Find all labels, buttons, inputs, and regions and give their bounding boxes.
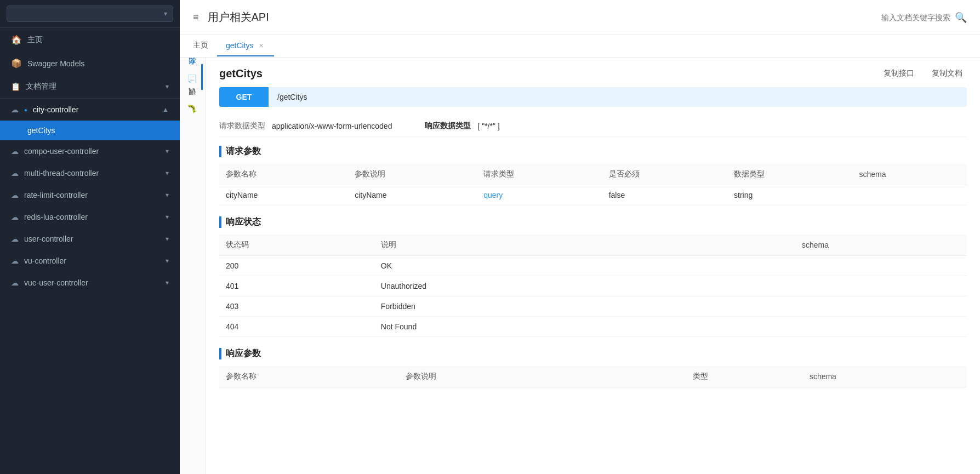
sidebar-item-swagger[interactable]: 📦 Swagger Models (0, 52, 180, 75)
chevron-down-icon: ▾ (166, 147, 169, 155)
method-badge: GET (219, 87, 269, 107)
cloud-icon: ☁ (11, 213, 19, 221)
col-resp-param-desc: 参数说明 (399, 366, 579, 387)
api-name: getCitys (219, 67, 879, 80)
status-code-404: 404 (219, 317, 374, 337)
chevron-down-icon: ▾ (166, 169, 169, 177)
cloud-icon: ☁ (11, 191, 19, 199)
response-params-section: 响应参数 参数名称 参数说明 类型 schema (219, 348, 967, 387)
doc-manage-label: 文档管理 (26, 82, 160, 92)
side-tab-bar: 📄 文档 🐛 调试 (180, 58, 206, 474)
chevron-down-icon: ▾ (166, 83, 169, 90)
status-schema-200 (795, 256, 967, 276)
main-content: ≡ 用户相关API 🔍 主页 getCitys ✕ 📄 文档 🐛 调试 (180, 0, 980, 474)
vue-user-controller-label: vue-user-controller (24, 278, 160, 287)
api-doc-content: getCitys 复制接口 复制文档 GET /getCitys 请求数据类型 … (206, 58, 980, 474)
param-type-cell: query (477, 185, 602, 205)
chevron-down-icon: ▾ (166, 213, 169, 221)
col-resp-empty-2 (633, 366, 686, 387)
col-empty-1 (626, 235, 683, 256)
response-params-table: 参数名称 参数说明 类型 schema (219, 366, 967, 387)
response-status-section: 响应状态 状态码 说明 schema (219, 216, 967, 337)
tab-home-label: 主页 (193, 41, 208, 50)
chevron-down-icon: ▾ (166, 257, 169, 265)
col-empty-3 (739, 235, 795, 256)
rate-limit-controller-label: rate-limit-controller (24, 191, 160, 199)
sidebar: users ▾ 🏠 主页 📦 Swagger Models 📋 文档管理 ▾ ☁… (0, 0, 180, 474)
side-tab-test[interactable]: 🐛 调试 (183, 94, 203, 120)
col-required: 是否必须 (602, 164, 727, 185)
param-desc-cell: cityName (348, 185, 477, 205)
status-desc-200: OK (374, 256, 626, 276)
col-status-desc: 说明 (374, 235, 626, 256)
api-actions: 复制接口 复制文档 (879, 66, 967, 81)
menu-icon[interactable]: ≡ (193, 12, 199, 23)
compo-user-controller-label: compo-user-controller (24, 147, 160, 156)
sidebar-item-rate-limit-controller[interactable]: ☁ rate-limit-controller ▾ (0, 184, 180, 206)
col-data-type: 数据类型 (727, 164, 852, 185)
request-params-table: 参数名称 参数说明 请求类型 是否必须 数据类型 schema cityName… (219, 164, 967, 205)
copy-doc-button[interactable]: 复制文档 (927, 66, 967, 81)
col-empty-2 (682, 235, 739, 256)
cloud-icon: ☁ (11, 235, 19, 243)
col-status-schema: schema (795, 235, 967, 256)
param-data-type-cell: string (727, 185, 852, 205)
col-resp-param-name: 参数名称 (219, 366, 399, 387)
cloud-icon: ☁ (11, 278, 19, 287)
sidebar-item-compo-user-controller[interactable]: ☁ compo-user-controller ▾ (0, 140, 180, 162)
query-link[interactable]: query (483, 191, 503, 199)
request-params-section: 请求参数 参数名称 参数说明 请求类型 是否必须 数据类型 schema (219, 146, 967, 205)
home-icon: 🏠 (11, 35, 22, 45)
status-schema-401 (795, 276, 967, 296)
sidebar-item-getCitys[interactable]: getCitys (0, 121, 180, 140)
sidebar-home-label: 主页 (27, 35, 43, 45)
chevron-down-icon[interactable]: ▾ (164, 10, 167, 18)
chevron-down-icon: ▾ (166, 191, 169, 199)
tab-home[interactable]: 主页 (184, 35, 217, 57)
status-desc-401: Unauthorized (374, 276, 626, 296)
response-status-table: 状态码 说明 schema 200 OK (219, 235, 967, 337)
table-row: 403 Forbidden (219, 296, 967, 317)
table-row: cityName cityName query false string (219, 185, 967, 205)
copy-interface-button[interactable]: 复制接口 (879, 66, 919, 81)
status-code-403: 403 (219, 296, 374, 317)
col-resp-empty-1 (578, 366, 632, 387)
chevron-down-icon: ▾ (166, 235, 169, 243)
sidebar-item-multi-thread-controller[interactable]: ☁ multi-thread-controller ▾ (0, 162, 180, 184)
request-params-title: 请求参数 (219, 146, 967, 157)
sidebar-item-doc-manage[interactable]: 📋 文档管理 ▾ (0, 75, 180, 98)
chevron-down-icon: ▾ (166, 279, 169, 287)
sidebar-item-city-controller[interactable]: ☁ ● city-controller ▲ (0, 99, 180, 121)
status-desc-404: Not Found (374, 317, 626, 337)
search-input[interactable] (841, 13, 950, 22)
status-schema-404 (795, 317, 967, 337)
col-schema: schema (852, 164, 967, 185)
cloud-icon: ☁ (11, 256, 19, 265)
search-icon[interactable]: 🔍 (955, 12, 967, 24)
table-row: 200 OK (219, 256, 967, 276)
data-type-row: 请求数据类型 application/x-www-form-urlencoded… (219, 116, 967, 137)
sidebar-search-input[interactable]: users (13, 9, 164, 18)
multi-thread-controller-label: multi-thread-controller (24, 169, 160, 178)
status-code-401: 401 (219, 276, 374, 296)
cloud-icon: ☁ (11, 147, 19, 156)
close-icon[interactable]: ✕ (257, 42, 265, 50)
header-search: 🔍 (841, 12, 967, 24)
sidebar-item-home[interactable]: 🏠 主页 (0, 28, 180, 52)
sidebar-item-vue-user-controller[interactable]: ☁ vue-user-controller ▾ (0, 272, 180, 294)
status-schema-403 (795, 296, 967, 317)
col-param-desc: 参数说明 (348, 164, 477, 185)
table-row: 404 Not Found (219, 317, 967, 337)
sidebar-item-vu-controller[interactable]: ☁ vu-controller ▾ (0, 250, 180, 272)
tab-getCitys[interactable]: getCitys ✕ (217, 36, 274, 56)
sidebar-item-user-controller[interactable]: ☁ user-controller ▾ (0, 228, 180, 250)
sidebar-item-redis-lua-controller[interactable]: ☁ redis-lua-controller ▾ (0, 206, 180, 228)
col-status-code: 状态码 (219, 235, 374, 256)
content-area: 📄 文档 🐛 调试 getCitys 复制接口 复制文档 GET /getCi (180, 58, 980, 474)
tab-getCitys-label: getCitys (226, 41, 254, 50)
chevron-up-icon: ▲ (162, 106, 169, 113)
side-tab-doc[interactable]: 📄 文档 (183, 64, 203, 90)
api-title-row: getCitys 复制接口 复制文档 (219, 58, 967, 87)
vu-controller-label: vu-controller (24, 256, 160, 265)
table-row: 401 Unauthorized (219, 276, 967, 296)
